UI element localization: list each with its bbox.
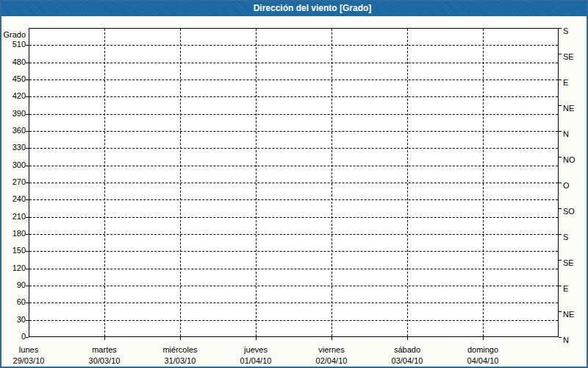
y-tick-mark [26, 302, 29, 303]
chart-title: Dirección del viento [Grado] [254, 3, 372, 13]
compass-tick-mark [559, 157, 562, 158]
y-tick-mark [26, 79, 29, 80]
y-gridline [29, 45, 558, 46]
x-gridline [180, 29, 181, 336]
compass-label: SO [563, 207, 575, 216]
x-tick-mark [407, 337, 408, 340]
x-gridline [256, 29, 257, 336]
compass-tick-mark [559, 79, 562, 80]
y-gridline [29, 63, 558, 63]
y-gridline [29, 302, 558, 303]
date-label: 29/03/10 [0, 356, 69, 365]
compass-label: S [563, 233, 568, 241]
day-label: jueves [215, 345, 296, 354]
y-tick-mark [26, 269, 29, 269]
y-tick-mark [26, 320, 29, 321]
y-gridline [29, 269, 558, 269]
y-tick-label: 480 [0, 57, 26, 66]
y-gridline [29, 148, 558, 149]
chart-area: Grado 0306090120150180210240270300330360… [0, 0, 588, 368]
compass-label: NO [563, 155, 576, 164]
compass-label: N [563, 336, 569, 344]
day-label: martes [64, 345, 145, 354]
y-tick-mark [26, 131, 29, 132]
compass-tick-mark [559, 54, 562, 54]
y-tick-mark [26, 45, 29, 46]
compass-label: SE [563, 52, 574, 61]
compass-tick-mark [559, 286, 562, 286]
y-tick-label: 30 [0, 315, 26, 324]
y-tick-label: 150 [0, 246, 26, 255]
y-tick-mark [26, 183, 29, 183]
x-tick-mark [483, 337, 484, 340]
x-tick-mark [180, 337, 181, 340]
date-label: 04/04/10 [442, 356, 523, 365]
y-tick-mark [26, 166, 29, 166]
y-gridline [29, 199, 558, 200]
x-gridline [104, 29, 105, 336]
day-label: miércoles [140, 345, 220, 354]
y-tick-label: 510 [0, 40, 26, 49]
y-tick-mark [26, 148, 29, 149]
y-tick-mark [26, 337, 29, 338]
y-tick-mark [26, 251, 29, 252]
y-tick-mark [26, 217, 29, 218]
y-gridline [29, 131, 558, 132]
y-tick-label: 210 [0, 212, 26, 221]
compass-label: NE [563, 310, 574, 319]
y-tick-label: 360 [0, 126, 26, 135]
y-tick-mark [26, 199, 29, 200]
day-label: sábado [367, 345, 448, 354]
x-tick-mark [331, 337, 332, 340]
compass-tick-mark [559, 234, 562, 235]
y-gridline [29, 234, 558, 235]
compass-label: E [563, 78, 568, 87]
compass-label: O [563, 181, 570, 190]
y-gridline [29, 286, 558, 286]
compass-label: N [563, 130, 569, 138]
y-tick-label: 180 [0, 229, 26, 238]
y-tick-label: 0 [0, 332, 26, 341]
x-tick-mark [256, 337, 257, 340]
y-gridline [29, 183, 558, 183]
x-gridline [483, 29, 484, 336]
date-label: 30/03/10 [64, 356, 145, 365]
day-label: viernes [291, 345, 372, 354]
y-tick-label: 60 [0, 297, 26, 306]
day-label: domingo [442, 345, 523, 354]
date-label: 01/04/10 [215, 356, 296, 365]
y-tick-label: 270 [0, 177, 26, 186]
y-axis-unit-label: Grado [0, 30, 26, 39]
y-tick-mark [26, 286, 29, 286]
y-gridline [29, 217, 558, 218]
compass-tick-mark [559, 208, 562, 209]
y-gridline [29, 114, 558, 115]
compass-label: NE [563, 104, 574, 113]
compass-tick-mark [559, 183, 562, 183]
y-tick-label: 300 [0, 160, 26, 169]
y-tick-label: 240 [0, 194, 26, 203]
y-gridline [29, 166, 558, 166]
y-tick-label: 90 [0, 280, 26, 289]
x-gridline [407, 29, 408, 336]
x-gridline [331, 29, 332, 336]
date-label: 03/04/10 [367, 356, 448, 365]
y-tick-mark [26, 63, 29, 63]
y-tick-mark [26, 234, 29, 235]
date-label: 31/03/10 [140, 356, 220, 365]
x-tick-mark [104, 337, 105, 340]
y-gridline [29, 251, 558, 252]
y-gridline [29, 79, 558, 80]
y-tick-mark [26, 114, 29, 115]
y-gridline [29, 96, 558, 97]
day-label: lunes [0, 345, 69, 354]
compass-tick-mark [559, 28, 562, 29]
y-tick-label: 330 [0, 143, 26, 152]
y-tick-mark [26, 96, 29, 97]
compass-tick-mark [559, 105, 562, 106]
y-tick-label: 450 [0, 74, 26, 83]
date-label: 02/04/10 [291, 356, 372, 365]
compass-tick-mark [559, 311, 562, 312]
y-gridline [29, 320, 558, 321]
y-tick-label: 120 [0, 263, 26, 272]
